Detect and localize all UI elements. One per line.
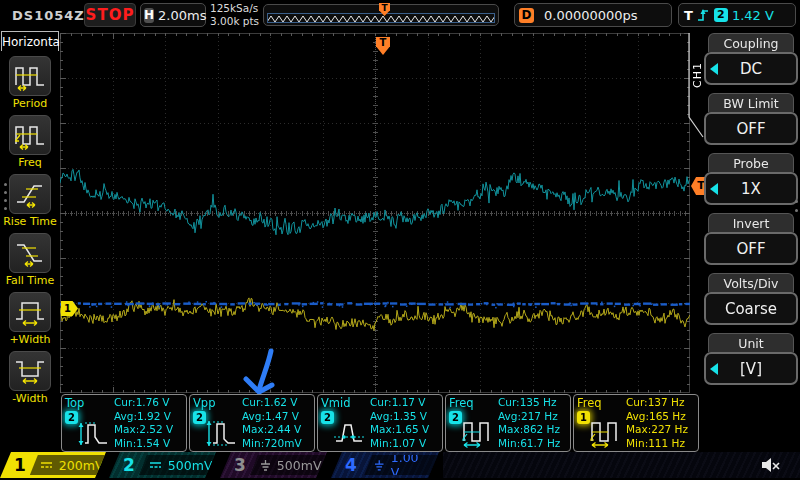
trigger-label: T [684, 8, 693, 23]
measure-item-period[interactable]: Period [0, 56, 60, 110]
freq-measure-icon [460, 417, 494, 449]
channel-status-bar: 1 200mV 2 500mV [0, 452, 800, 480]
plus-width-icon [14, 297, 46, 327]
rise-time-icon [14, 179, 46, 209]
measurement-vpp[interactable]: Vpp 2 Cur:1.62 VAvg:1.47 V Max:2.44 VMin… [189, 394, 315, 452]
vmid-measure-icon [332, 417, 366, 449]
channel4-scale: 1.00 V [391, 450, 429, 480]
delay-value: 0.00000000ps [544, 8, 638, 23]
channel-menu: Coupling DC BW Limit OFF Probe 1X Invert… [704, 33, 798, 393]
timebase-value: 2.00ms [158, 8, 206, 23]
ground-coupling-icon [374, 460, 384, 471]
fall-time-icon [14, 238, 46, 268]
run-state-indicator[interactable]: STOP [84, 3, 136, 27]
timebase-box[interactable]: H 2.00ms [140, 3, 206, 27]
dc-coupling-icon [40, 460, 53, 470]
measurement-freq-ch1[interactable]: Freq 1 Cur:137 HzAvg:165 Hz Max:227 HzMi… [573, 394, 699, 452]
measurement-values: Cur:135 HzAvg:217 Hz Max:862 HzMin:61.7 … [498, 396, 560, 450]
measure-item-fall-time[interactable]: Fall Time [0, 233, 60, 287]
memory-depth: 3.00k pts [210, 15, 259, 28]
channel4-tab[interactable]: 4 1.00 V [331, 452, 439, 478]
menu-item-invert[interactable]: Invert OFF [704, 213, 798, 265]
memory-position-bar[interactable]: T [263, 4, 499, 26]
rising-edge-icon [697, 8, 710, 23]
top-measure-icon [76, 417, 110, 449]
active-channel-tab: CH1 [689, 40, 703, 120]
menu-item-volts-div[interactable]: Volts/Div Coarse [704, 273, 798, 325]
channel2-scale: 500mV [168, 458, 213, 473]
measurement-values: Cur:1.62 VAvg:1.47 V Max:2.44 VMin:720mV [242, 396, 302, 450]
sample-rate: 125kSa/s [210, 2, 259, 15]
channel1-scale: 200mV [59, 458, 104, 473]
channel-tab-label: CH1 [691, 40, 704, 110]
memory-window-frame [267, 13, 495, 23]
channel3-tab[interactable]: 3 500mV [220, 452, 327, 478]
select-arrow-icon [710, 63, 718, 75]
waveform-display[interactable] [60, 33, 690, 393]
menu-page-dots [4, 183, 7, 210]
measure-item-minus-width[interactable]: -Width [0, 351, 60, 405]
model-label: DS1054Z [12, 8, 85, 23]
measure-item-plus-width[interactable]: +Width [0, 292, 60, 346]
channel1-tab[interactable]: 1 200mV [0, 452, 106, 478]
vpp-measure-icon [204, 417, 238, 449]
trigger-level-value: 1.42 V [732, 8, 774, 23]
measurement-values: Cur:1.17 VAvg:1.35 V Max:1.65 VMin:1.07 … [370, 396, 429, 450]
measurement-values: Cur:137 HzAvg:165 Hz Max:227 HzMin:111 H… [626, 396, 688, 450]
measurement-top[interactable]: Top 2 Cur:1.76 VAvg:1.92 V Max:2.52 VMin… [61, 394, 187, 452]
oscilloscope-screen: DS1054Z STOP H 2.00ms 125kSa/s 3.00k pts… [0, 0, 800, 480]
delay-box[interactable]: D 0.00000000ps [514, 3, 672, 27]
measure-item-rise-time[interactable]: Rise Time [0, 174, 60, 228]
delay-badge-icon: D [519, 8, 534, 23]
measurement-values: Cur:1.76 VAvg:1.92 V Max:2.52 VMin:1.54 … [114, 396, 173, 450]
menu-item-unit[interactable]: Unit [V] [704, 333, 798, 385]
trigger-status-box[interactable]: T 2 1.42 V [678, 3, 796, 27]
dc-coupling-icon [149, 460, 162, 470]
measurement-vmid[interactable]: Vmid 2 Cur:1.17 VAvg:1.35 V Max:1.65 VMi… [317, 394, 443, 452]
menu-item-bw-limit[interactable]: BW Limit OFF [704, 93, 798, 145]
freq-icon [14, 120, 46, 150]
measurement-row: Top 2 Cur:1.76 VAvg:1.92 V Max:2.52 VMin… [61, 394, 701, 452]
select-arrow-icon [710, 183, 718, 195]
freq-measure-icon [588, 417, 622, 449]
measure-item-freq[interactable]: Freq [0, 115, 60, 169]
menu-item-probe[interactable]: Probe 1X [704, 153, 798, 205]
select-arrow-icon [710, 363, 718, 375]
ground-coupling-icon [260, 460, 271, 471]
menu-item-coupling[interactable]: Coupling DC [704, 33, 798, 85]
minus-width-icon [14, 356, 46, 386]
channel2-tab[interactable]: 2 500mV [109, 452, 216, 478]
menu-page-dots-right [795, 200, 798, 212]
status-bar: DS1054Z STOP H 2.00ms 125kSa/s 3.00k pts… [0, 0, 800, 31]
speaker-muted-icon[interactable] [760, 455, 782, 475]
measure-menu-title: Horizontal [1, 31, 59, 51]
bottom-bar-filler [443, 452, 800, 478]
period-icon [14, 61, 46, 91]
horizontal-badge-icon: H [144, 8, 154, 23]
trigger-source-badge: 2 [714, 8, 728, 22]
channel3-scale: 500mV [277, 458, 322, 473]
measure-menu: Horizontal Period Freq [0, 31, 60, 452]
acquisition-info: 125kSa/s 3.00k pts [210, 2, 259, 28]
measurement-freq-ch2[interactable]: Freq 2 Cur:135 HzAvg:217 Hz Max:862 HzMi… [445, 394, 571, 452]
